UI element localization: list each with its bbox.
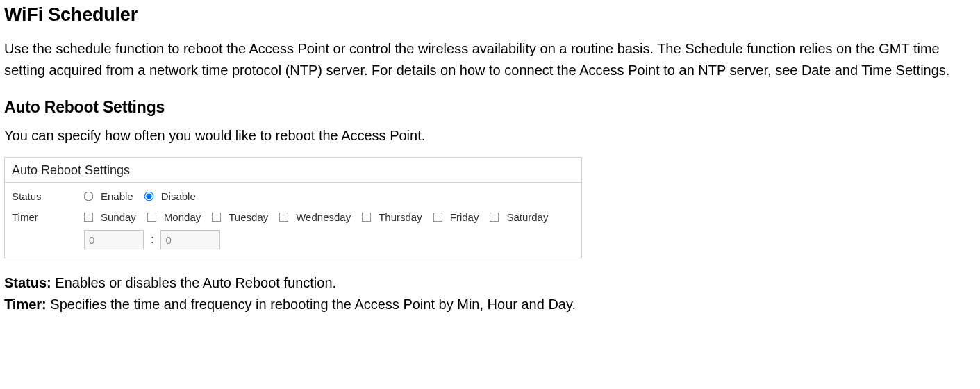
section-heading: Auto Reboot Settings [4, 98, 976, 117]
day-saturday-label: Saturday [506, 211, 548, 223]
timer-days: Sunday Monday Tuesday Wednesday Thursday… [84, 211, 559, 223]
panel-divider [5, 182, 581, 183]
day-tuesday-label: Tuesday [229, 211, 268, 223]
status-label: Status [12, 190, 84, 202]
status-disable-radio[interactable] [144, 191, 153, 201]
timer-hour-input[interactable] [84, 230, 144, 249]
day-thursday-checkbox[interactable] [362, 212, 372, 222]
definitions: Status: Enables or disables the Auto Reb… [4, 272, 976, 315]
status-def-label: Status: [4, 275, 51, 290]
day-thursday-label: Thursday [379, 211, 422, 223]
status-definition: Status: Enables or disables the Auto Reb… [4, 272, 976, 294]
timer-def-label: Timer: [4, 297, 47, 312]
day-sunday-checkbox[interactable] [84, 212, 94, 222]
panel-title: Auto Reboot Settings [12, 163, 574, 178]
day-tuesday-checkbox[interactable] [212, 212, 222, 222]
status-enable-label: Enable [101, 190, 133, 202]
timer-minute-input[interactable] [160, 230, 220, 249]
time-separator: : [151, 233, 153, 246]
day-wednesday-checkbox[interactable] [279, 212, 289, 222]
day-saturday-checkbox[interactable] [490, 212, 499, 222]
timer-label: Timer [12, 211, 84, 223]
section-intro: You can specify how often you would like… [4, 125, 976, 146]
day-sunday-label: Sunday [101, 211, 136, 223]
auto-reboot-panel: Auto Reboot Settings Status Enable Disab… [4, 157, 582, 258]
page-title: WiFi Scheduler [4, 4, 976, 26]
intro-paragraph: Use the schedule function to reboot the … [4, 38, 976, 81]
day-monday-checkbox[interactable] [147, 212, 157, 222]
timer-definition: Timer: Specifies the time and frequency … [4, 294, 976, 315]
timer-time-row: : [12, 230, 574, 249]
day-wednesday-label: Wednesday [296, 211, 351, 223]
status-enable-radio[interactable] [84, 191, 94, 201]
day-monday-label: Monday [164, 211, 201, 223]
timer-row: Timer Sunday Monday Tuesday Wednesday Th… [12, 206, 574, 227]
status-disable-label: Disable [161, 190, 196, 202]
day-friday-checkbox[interactable] [433, 212, 442, 222]
day-friday-label: Friday [450, 211, 479, 223]
timer-def-text: Specifies the time and frequency in rebo… [47, 297, 576, 312]
status-row: Status Enable Disable [12, 185, 574, 206]
status-def-text: Enables or disables the Auto Reboot func… [51, 275, 336, 290]
